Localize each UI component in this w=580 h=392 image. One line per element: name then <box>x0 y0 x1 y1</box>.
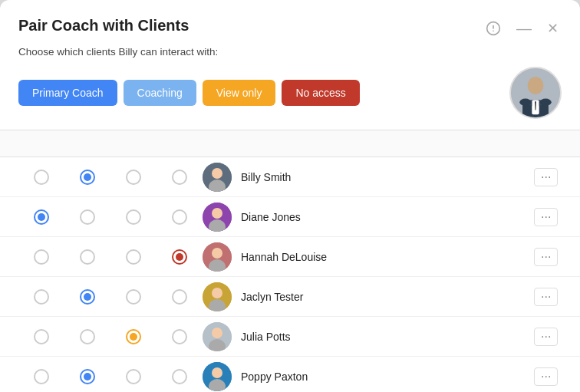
dots-button[interactable]: ··· <box>534 328 558 346</box>
radio-col-1-client-0[interactable] <box>64 170 110 185</box>
radio-col-2-client-0[interactable] <box>110 170 157 185</box>
client-name: Poppy Paxton <box>241 371 308 383</box>
radio-col-0-client-1[interactable] <box>18 209 64 225</box>
table-row[interactable]: Julia Potts··· <box>0 317 580 357</box>
radio-col-0-client-5[interactable] <box>18 369 64 384</box>
dialog-title: Pair Coach with Clients <box>18 17 189 35</box>
radio-col-2-client-1[interactable] <box>110 209 157 225</box>
svg-point-20 <box>212 248 222 259</box>
radio-col-3-client-0[interactable] <box>157 170 203 185</box>
clients-table: Billy Smith···Diane Jones···Hannah DeLou… <box>0 157 580 392</box>
table-row[interactable]: Jaclyn Tester··· <box>0 277 580 317</box>
client-name: Julia Potts <box>241 331 291 343</box>
pair-coach-dialog: Pair Coach with Clients — ✕ Choose which… <box>0 0 580 392</box>
dialog-header: Pair Coach with Clients — ✕ <box>0 0 580 38</box>
dots-button[interactable]: ··· <box>534 168 558 186</box>
client-avatar <box>203 322 232 351</box>
minimize-button[interactable]: — <box>513 19 535 38</box>
svg-point-26 <box>212 328 222 338</box>
client-info-3: Jaclyn Tester <box>203 282 534 311</box>
radio-col-0-client-4[interactable] <box>18 329 64 344</box>
client-avatar <box>203 242 232 272</box>
dots-menu-3[interactable]: ··· <box>534 288 562 306</box>
radio-col-1-client-2[interactable] <box>64 249 110 265</box>
radio-col-0-client-3[interactable] <box>18 289 64 305</box>
radio-col-2-client-5[interactable] <box>110 369 157 384</box>
coaching-button[interactable]: Coaching <box>124 80 196 106</box>
dots-menu-2[interactable]: ··· <box>534 248 562 266</box>
radio-col-2-client-4[interactable] <box>110 329 157 344</box>
radio-col-1-client-1[interactable] <box>64 209 110 225</box>
radio-col-2-client-3[interactable] <box>110 289 157 305</box>
dots-menu-0[interactable]: ··· <box>534 168 562 186</box>
client-info-4: Julia Potts <box>203 322 534 351</box>
client-avatar <box>203 203 232 232</box>
radio-col-1-client-4[interactable] <box>64 329 110 344</box>
svg-point-14 <box>212 168 222 179</box>
svg-point-17 <box>212 208 222 219</box>
top-section: Primary Coach Coaching View only No acce… <box>0 67 580 130</box>
dots-menu-4[interactable]: ··· <box>534 328 562 346</box>
client-avatar <box>203 163 232 192</box>
table-header <box>0 130 580 157</box>
client-info-0: Billy Smith <box>203 163 534 192</box>
dots-button[interactable]: ··· <box>534 248 558 266</box>
radio-col-2-client-2[interactable] <box>110 249 157 265</box>
client-info-1: Diane Jones <box>203 203 534 232</box>
header-icons: — ✕ <box>483 18 562 38</box>
hint-button[interactable] <box>483 19 504 38</box>
coach-avatar <box>509 67 562 119</box>
radio-col-3-client-2[interactable] <box>157 249 203 265</box>
client-name: Billy Smith <box>241 171 291 183</box>
svg-point-11 <box>540 99 552 106</box>
svg-point-10 <box>519 99 531 106</box>
dots-menu-1[interactable]: ··· <box>534 208 562 226</box>
client-name: Hannah DeLouise <box>241 251 327 263</box>
radio-col-0-client-0[interactable] <box>18 170 64 185</box>
client-name: Diane Jones <box>241 211 301 223</box>
radio-col-3-client-4[interactable] <box>157 329 203 344</box>
access-buttons: Primary Coach Coaching View only No acce… <box>18 80 360 106</box>
table-row[interactable]: Poppy Paxton··· <box>0 357 580 392</box>
svg-point-4 <box>528 77 544 94</box>
noaccess-button[interactable]: No access <box>282 80 359 106</box>
radio-col-3-client-1[interactable] <box>157 209 203 225</box>
svg-point-29 <box>212 367 222 378</box>
radio-col-3-client-5[interactable] <box>157 369 203 384</box>
table-row[interactable]: Diane Jones··· <box>0 197 580 237</box>
viewonly-button[interactable]: View only <box>203 80 276 106</box>
dialog-subtitle: Choose which clients Billy can interact … <box>0 38 580 67</box>
dots-button[interactable]: ··· <box>534 208 558 226</box>
client-avatar <box>203 282 232 311</box>
svg-point-23 <box>212 288 222 298</box>
dots-button[interactable]: ··· <box>534 367 558 386</box>
dots-button[interactable]: ··· <box>534 288 558 306</box>
table-row[interactable]: Hannah DeLouise··· <box>0 237 580 277</box>
radio-col-0-client-2[interactable] <box>18 249 64 265</box>
hint-icon <box>486 21 501 36</box>
client-avatar <box>203 362 232 391</box>
client-info-2: Hannah DeLouise <box>203 242 534 272</box>
coach-avatar-image <box>511 67 560 119</box>
primary-coach-button[interactable]: Primary Coach <box>18 80 117 106</box>
radio-col-1-client-3[interactable] <box>64 289 110 305</box>
radio-col-3-client-3[interactable] <box>157 289 203 305</box>
radio-col-1-client-5[interactable] <box>64 369 110 384</box>
client-info-5: Poppy Paxton <box>203 362 534 391</box>
dots-menu-5[interactable]: ··· <box>534 367 562 386</box>
table-row[interactable]: Billy Smith··· <box>0 157 580 197</box>
close-button[interactable]: ✕ <box>544 18 562 38</box>
client-name: Jaclyn Tester <box>241 291 303 303</box>
